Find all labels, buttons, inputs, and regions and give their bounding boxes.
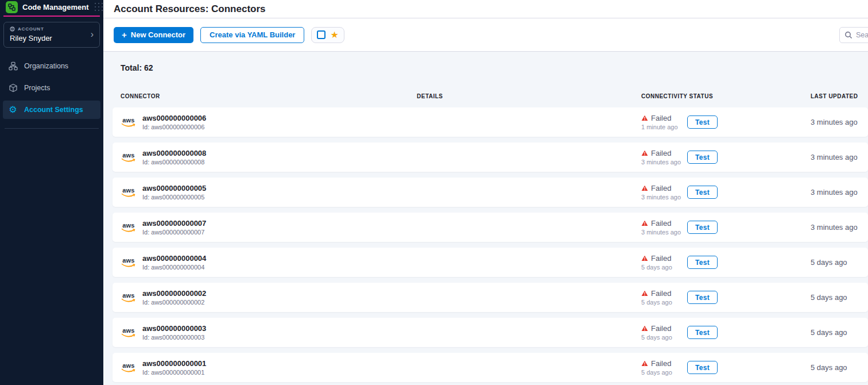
favorites-filter-group: ★ <box>311 27 344 43</box>
status-time: 5 days ago <box>641 369 687 376</box>
warning-triangle-icon <box>641 255 648 261</box>
column-details: DETAILS <box>417 93 641 99</box>
last-updated-cell: 3 minutes ago <box>811 223 868 232</box>
code-management-logo-icon[interactable] <box>6 1 18 13</box>
aws-logo-icon: aws <box>121 328 137 338</box>
status-text: Failed <box>651 149 671 157</box>
table-row[interactable]: aws aws000000000006 Id: aws000000000006 <box>113 107 868 137</box>
status-time: 5 days ago <box>641 334 687 341</box>
status-cell: Failed 3 minutes ago Test <box>641 219 811 236</box>
new-connector-button[interactable]: + New Connector <box>114 27 193 43</box>
status-cell: Failed 5 days ago Test <box>641 359 811 376</box>
connector-cell: aws aws000000000007 Id: aws000000000007 <box>121 219 417 236</box>
aws-logo-icon: aws <box>121 363 137 373</box>
connector-id: Id: aws000000000002 <box>142 299 206 306</box>
connector-id: Id: aws000000000007 <box>142 229 206 236</box>
warning-triangle-icon <box>641 360 648 367</box>
table-row[interactable]: aws aws000000000007 Id: aws000000000007 <box>113 213 868 242</box>
search-icon <box>844 31 852 41</box>
last-updated-cell: 3 minutes ago <box>811 153 868 161</box>
warning-triangle-icon <box>641 220 648 226</box>
search-input[interactable] <box>839 27 868 43</box>
chevron-right-icon[interactable]: › <box>91 29 94 40</box>
table-row[interactable]: aws aws000000000005 Id: aws000000000005 <box>113 178 868 207</box>
star-icon[interactable]: ★ <box>330 30 338 40</box>
status-time: 3 minutes ago <box>641 159 687 165</box>
connector-name: aws000000000006 <box>142 114 206 122</box>
status-cell: Failed 5 days ago Test <box>641 254 811 271</box>
status-text: Failed <box>651 324 671 333</box>
table-row[interactable]: aws aws000000000004 Id: aws000000000004 <box>113 248 868 277</box>
account-scope-label: ACCOUNT <box>18 26 44 32</box>
connector-name: aws000000000008 <box>142 149 206 157</box>
connector-id: Id: aws000000000006 <box>142 124 206 130</box>
connector-name: aws000000000002 <box>142 289 206 298</box>
connector-cell: aws aws000000000008 Id: aws000000000008 <box>121 149 417 165</box>
connector-id: Id: aws000000000001 <box>142 369 206 376</box>
warning-triangle-icon <box>641 150 648 156</box>
toolbar: + New Connector Create via YAML Builder … <box>103 18 868 52</box>
connector-name: aws000000000007 <box>142 219 206 228</box>
status-text: Failed <box>651 219 671 228</box>
sidebar-item-label: Projects <box>24 84 50 92</box>
warning-triangle-icon <box>641 325 648 332</box>
sidebar-item-projects[interactable]: Projects <box>3 79 100 97</box>
sidebar-item-account-settings[interactable]: ⚙ Account Settings <box>3 101 100 119</box>
connector-cell: aws aws000000000002 Id: aws000000000002 <box>121 289 417 306</box>
sidebar-item-organizations[interactable]: Organizations <box>3 57 100 75</box>
table-row[interactable]: aws aws000000000001 Id: aws000000000001 <box>113 353 868 382</box>
cube-icon <box>8 83 18 93</box>
test-button[interactable]: Test <box>687 116 718 129</box>
main-area: Account Resources: Connectors + New Conn… <box>103 0 868 385</box>
last-updated-cell: 3 minutes ago <box>811 118 868 126</box>
warning-triangle-icon <box>641 290 648 297</box>
column-connector: CONNECTOR <box>121 93 417 99</box>
last-updated-cell: 5 days ago <box>811 328 868 337</box>
last-updated-cell: 5 days ago <box>811 258 868 267</box>
connector-id: Id: aws000000000008 <box>142 159 206 165</box>
status-cell: Failed 3 minutes ago Test <box>641 149 811 165</box>
table-row[interactable]: aws aws000000000008 Id: aws000000000008 <box>113 143 868 172</box>
total-count: Total: 62 <box>103 63 868 72</box>
module-accent-divider <box>3 16 100 17</box>
module-title: Code Management <box>22 3 89 11</box>
favorites-filter-checkbox[interactable] <box>317 30 326 39</box>
module-header: Code Management <box>0 0 103 16</box>
aws-logo-icon: aws <box>121 222 137 233</box>
status-time: 1 minute ago <box>641 124 687 130</box>
test-button[interactable]: Test <box>687 256 718 269</box>
status-text: Failed <box>651 254 671 263</box>
last-updated-cell: 3 minutes ago <box>811 188 868 197</box>
table-row[interactable]: aws aws000000000002 Id: aws000000000002 <box>113 283 868 312</box>
warning-triangle-icon <box>641 115 648 121</box>
title-bar: Account Resources: Connectors <box>103 0 868 18</box>
test-button[interactable]: Test <box>687 291 718 304</box>
test-button[interactable]: Test <box>687 151 718 164</box>
create-via-yaml-builder-button[interactable]: Create via YAML Builder <box>200 27 304 43</box>
aws-logo-icon: aws <box>121 292 137 303</box>
test-button[interactable]: Test <box>687 186 718 199</box>
warning-triangle-icon <box>641 185 648 191</box>
sidebar-item-label: Organizations <box>24 62 68 70</box>
status-cell: Failed 5 days ago Test <box>641 289 811 306</box>
module-switcher-grid-icon[interactable] <box>94 2 105 13</box>
status-text: Failed <box>651 289 671 298</box>
last-updated-cell: 5 days ago <box>811 293 868 302</box>
gear-icon: ⚙ <box>8 105 18 115</box>
test-button[interactable]: Test <box>687 326 718 339</box>
aws-logo-icon: aws <box>121 117 137 128</box>
status-text: Failed <box>651 184 671 192</box>
column-last-updated: LAST UPDATED <box>811 93 868 99</box>
status-cell: Failed 1 minute ago Test <box>641 114 811 130</box>
search-wrap <box>839 27 868 43</box>
account-scope-selector[interactable]: ACCOUNT Riley Snyder › <box>3 22 100 48</box>
table-row[interactable]: aws aws000000000003 Id: aws000000000003 <box>113 318 868 347</box>
account-name: Riley Snyder <box>10 34 80 43</box>
connector-name: aws000000000004 <box>142 254 206 263</box>
test-button[interactable]: Test <box>687 361 718 374</box>
aws-logo-icon: aws <box>121 187 137 198</box>
test-button[interactable]: Test <box>687 221 718 234</box>
last-updated-cell: 5 days ago <box>811 363 868 372</box>
connector-id: Id: aws000000000004 <box>142 264 206 271</box>
aws-logo-icon: aws <box>121 152 137 163</box>
